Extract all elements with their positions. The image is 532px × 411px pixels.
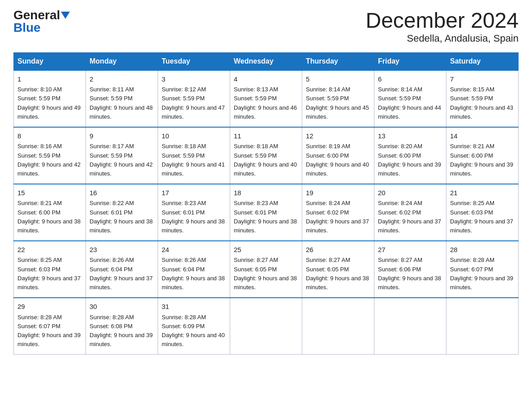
day-number: 7 [450,74,515,85]
calendar-cell: 20Sunrise: 8:24 AMSunset: 6:02 PMDayligh… [374,184,446,241]
day-info: Sunrise: 8:10 AMSunset: 5:59 PMDaylight:… [17,85,82,121]
calendar-cell: 8Sunrise: 8:16 AMSunset: 5:59 PMDaylight… [14,127,86,184]
day-info: Sunrise: 8:26 AMSunset: 6:04 PMDaylight:… [90,256,154,292]
day-info: Sunrise: 8:14 AMSunset: 5:59 PMDaylight:… [306,85,370,121]
logo-text-blue: Blue [13,21,41,34]
day-info: Sunrise: 8:13 AMSunset: 5:59 PMDaylight:… [234,85,298,121]
location-title: Sedella, Andalusia, Spain [365,33,519,44]
calendar-cell: 2Sunrise: 8:11 AMSunset: 5:59 PMDaylight… [86,70,158,127]
day-info: Sunrise: 8:27 AMSunset: 6:06 PMDaylight:… [378,256,442,292]
calendar-header-row: SundayMondayTuesdayWednesdayThursdayFrid… [14,52,519,70]
day-number: 10 [162,131,226,141]
calendar-cell: 18Sunrise: 8:23 AMSunset: 6:01 PMDayligh… [230,184,302,241]
day-number: 23 [90,245,154,255]
logo-line-general: General [13,9,70,21]
day-number: 15 [17,188,82,198]
calendar-cell: 25Sunrise: 8:27 AMSunset: 6:05 PMDayligh… [230,241,302,298]
logo-text-general: General [13,9,60,21]
day-info: Sunrise: 8:23 AMSunset: 6:01 PMDaylight:… [234,199,298,235]
calendar-week-row: 15Sunrise: 8:21 AMSunset: 6:00 PMDayligh… [14,184,519,241]
calendar-week-row: 1Sunrise: 8:10 AMSunset: 5:59 PMDaylight… [14,70,519,127]
day-info: Sunrise: 8:21 AMSunset: 6:00 PMDaylight:… [450,142,515,178]
day-info: Sunrise: 8:18 AMSunset: 5:59 PMDaylight:… [162,142,226,178]
title-block: December 2024 Sedella, Andalusia, Spain [365,9,519,44]
calendar-cell [374,298,446,355]
day-number: 24 [162,245,226,255]
day-info: Sunrise: 8:15 AMSunset: 5:59 PMDaylight:… [450,85,515,121]
day-number: 21 [450,188,515,198]
calendar-cell: 22Sunrise: 8:25 AMSunset: 6:03 PMDayligh… [14,241,86,298]
day-info: Sunrise: 8:26 AMSunset: 6:04 PMDaylight:… [162,256,226,292]
day-info: Sunrise: 8:18 AMSunset: 5:59 PMDaylight:… [234,142,298,178]
header-wednesday: Wednesday [230,52,302,70]
day-info: Sunrise: 8:28 AMSunset: 6:07 PMDaylight:… [17,313,82,349]
day-number: 8 [17,131,82,141]
calendar-cell: 9Sunrise: 8:17 AMSunset: 5:59 PMDaylight… [86,127,158,184]
calendar-cell: 16Sunrise: 8:22 AMSunset: 6:01 PMDayligh… [86,184,158,241]
day-info: Sunrise: 8:20 AMSunset: 6:00 PMDaylight:… [378,142,442,178]
calendar-cell: 31Sunrise: 8:28 AMSunset: 6:09 PMDayligh… [158,298,230,355]
day-info: Sunrise: 8:12 AMSunset: 5:59 PMDaylight:… [162,85,226,121]
header-monday: Monday [86,52,158,70]
day-info: Sunrise: 8:28 AMSunset: 6:09 PMDaylight:… [162,313,226,349]
calendar-cell: 15Sunrise: 8:21 AMSunset: 6:00 PMDayligh… [14,184,86,241]
calendar-cell: 5Sunrise: 8:14 AMSunset: 5:59 PMDaylight… [302,70,374,127]
day-number: 1 [17,74,82,85]
header-tuesday: Tuesday [158,52,230,70]
calendar-cell: 13Sunrise: 8:20 AMSunset: 6:00 PMDayligh… [374,127,446,184]
calendar-cell: 24Sunrise: 8:26 AMSunset: 6:04 PMDayligh… [158,241,230,298]
logo-line-blue: Blue [13,21,41,34]
day-info: Sunrise: 8:24 AMSunset: 6:02 PMDaylight:… [378,199,442,235]
calendar-cell: 6Sunrise: 8:14 AMSunset: 5:59 PMDaylight… [374,70,446,127]
page-header: General Blue December 2024 Sedella, Anda… [13,9,519,44]
month-title: December 2024 [365,9,519,33]
day-number: 9 [90,131,154,141]
calendar-table: SundayMondayTuesdayWednesdayThursdayFrid… [13,52,519,355]
calendar-cell [302,298,374,355]
header-friday: Friday [374,52,446,70]
day-number: 12 [306,131,370,141]
day-number: 18 [234,188,298,198]
day-number: 31 [162,302,226,312]
day-info: Sunrise: 8:19 AMSunset: 6:00 PMDaylight:… [306,142,370,178]
day-number: 17 [162,188,226,198]
day-info: Sunrise: 8:28 AMSunset: 6:08 PMDaylight:… [90,313,154,349]
day-info: Sunrise: 8:17 AMSunset: 5:59 PMDaylight:… [90,142,154,178]
day-info: Sunrise: 8:28 AMSunset: 6:07 PMDaylight:… [450,256,515,292]
header-sunday: Sunday [14,52,86,70]
day-info: Sunrise: 8:27 AMSunset: 6:05 PMDaylight:… [306,256,370,292]
day-number: 6 [378,74,442,85]
calendar-cell: 4Sunrise: 8:13 AMSunset: 5:59 PMDaylight… [230,70,302,127]
day-info: Sunrise: 8:21 AMSunset: 6:00 PMDaylight:… [17,199,82,235]
day-number: 14 [450,131,515,141]
day-info: Sunrise: 8:16 AMSunset: 5:59 PMDaylight:… [17,142,82,178]
logo: General Blue [13,9,70,34]
calendar-cell: 10Sunrise: 8:18 AMSunset: 5:59 PMDayligh… [158,127,230,184]
day-info: Sunrise: 8:14 AMSunset: 5:59 PMDaylight:… [378,85,442,121]
day-number: 13 [378,131,442,141]
calendar-cell [230,298,302,355]
calendar-cell: 28Sunrise: 8:28 AMSunset: 6:07 PMDayligh… [446,241,519,298]
calendar-cell: 29Sunrise: 8:28 AMSunset: 6:07 PMDayligh… [14,298,86,355]
day-number: 28 [450,245,515,255]
day-number: 11 [234,131,298,141]
header-thursday: Thursday [302,52,374,70]
day-number: 16 [90,188,154,198]
day-number: 25 [234,245,298,255]
calendar-cell: 30Sunrise: 8:28 AMSunset: 6:08 PMDayligh… [86,298,158,355]
calendar-cell: 11Sunrise: 8:18 AMSunset: 5:59 PMDayligh… [230,127,302,184]
calendar-cell: 17Sunrise: 8:23 AMSunset: 6:01 PMDayligh… [158,184,230,241]
calendar-cell: 12Sunrise: 8:19 AMSunset: 6:00 PMDayligh… [302,127,374,184]
day-number: 26 [306,245,370,255]
day-number: 19 [306,188,370,198]
logo-triangle-icon [61,12,70,19]
day-info: Sunrise: 8:22 AMSunset: 6:01 PMDaylight:… [90,199,154,235]
day-info: Sunrise: 8:25 AMSunset: 6:03 PMDaylight:… [450,199,515,235]
calendar-cell: 19Sunrise: 8:24 AMSunset: 6:02 PMDayligh… [302,184,374,241]
calendar-week-row: 29Sunrise: 8:28 AMSunset: 6:07 PMDayligh… [14,298,519,355]
day-info: Sunrise: 8:23 AMSunset: 6:01 PMDaylight:… [162,199,226,235]
day-number: 5 [306,74,370,85]
calendar-cell: 7Sunrise: 8:15 AMSunset: 5:59 PMDaylight… [446,70,519,127]
day-number: 2 [90,74,154,85]
day-info: Sunrise: 8:25 AMSunset: 6:03 PMDaylight:… [17,256,82,292]
